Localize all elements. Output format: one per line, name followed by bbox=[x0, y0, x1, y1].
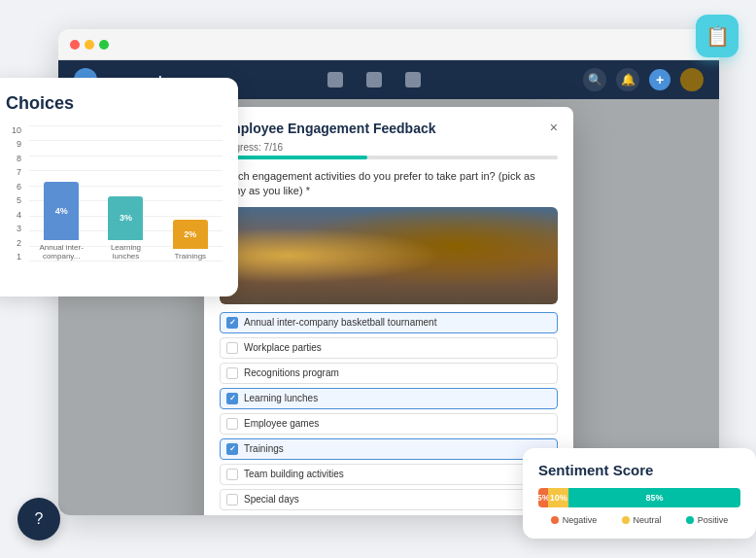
bar-value-1: 3% bbox=[120, 213, 132, 223]
y-label-4: 4 bbox=[17, 210, 21, 220]
option-label-3: Learning lunches bbox=[244, 393, 318, 403]
checkbox-7[interactable] bbox=[226, 494, 238, 506]
modal-body: Which engagement activities do you prefe… bbox=[204, 159, 573, 515]
user-avatar[interactable] bbox=[680, 68, 704, 91]
checkbox-4[interactable] bbox=[226, 418, 238, 430]
browser-titlebar bbox=[58, 29, 719, 60]
bar-trainings: 2% bbox=[173, 220, 208, 249]
nav-item-news[interactable] bbox=[366, 72, 382, 87]
bar-learning: 3% bbox=[108, 196, 143, 240]
legend-negative: Negative bbox=[551, 515, 598, 525]
modal-question: Which engagement activities do you prefe… bbox=[220, 169, 558, 199]
nav-actions: 🔍 🔔 + bbox=[583, 68, 704, 91]
bar-annual: 4% bbox=[44, 182, 79, 240]
add-button[interactable]: + bbox=[649, 69, 670, 90]
choices-title: Choices bbox=[6, 93, 223, 114]
modal-option-2[interactable]: Recognitions program bbox=[220, 363, 558, 384]
option-label-4: Employee games bbox=[244, 418, 319, 429]
close-dot[interactable] bbox=[70, 40, 80, 50]
bar-value-2: 2% bbox=[184, 229, 196, 239]
progress-label: Progress: 7/16 bbox=[220, 142, 558, 153]
neutral-pct: 10% bbox=[550, 493, 567, 503]
nav-item-home[interactable] bbox=[327, 72, 343, 87]
search-button[interactable]: 🔍 bbox=[583, 68, 606, 91]
progress-section: Progress: 7/16 bbox=[220, 142, 558, 159]
y-label-9: 9 bbox=[17, 139, 21, 149]
negative-dot bbox=[551, 516, 559, 524]
modal-title: Employee Engagement Feedback bbox=[220, 121, 436, 136]
option-label-5: Trainings bbox=[244, 443, 284, 454]
neutral-segment: 10% bbox=[548, 488, 568, 507]
modal-dialog: Employee Engagement Feedback × Progress:… bbox=[204, 107, 573, 515]
chart-area: 10 9 8 7 6 5 4 3 2 1 bbox=[6, 125, 223, 281]
sentiment-legend: Negative Neutral Positive bbox=[538, 515, 740, 525]
modal-header: Employee Engagement Feedback × bbox=[204, 107, 573, 136]
sentiment-card: Sentiment Score 5% 10% 85% Negative Neut… bbox=[523, 448, 756, 539]
modal-option-6[interactable]: Team building activities bbox=[220, 464, 558, 485]
sentiment-title: Sentiment Score bbox=[538, 462, 740, 478]
positive-label: Positive bbox=[698, 515, 729, 525]
y-label-8: 8 bbox=[17, 154, 21, 163]
modal-option-1[interactable]: Workplace parties bbox=[220, 337, 558, 359]
nav-item-recognition[interactable] bbox=[405, 72, 421, 87]
checkbox-0[interactable] bbox=[226, 317, 238, 329]
recognition-icon bbox=[405, 72, 421, 87]
modal-image-inner bbox=[220, 207, 558, 304]
checkbox-6[interactable] bbox=[226, 469, 238, 480]
negative-label: Negative bbox=[563, 515, 598, 525]
choices-chart-card: Choices 10 9 8 7 6 5 4 3 2 1 bbox=[0, 78, 238, 296]
modal-option-3[interactable]: Learning lunches bbox=[220, 388, 558, 409]
y-label-1: 1 bbox=[17, 252, 21, 262]
option-label-0: Annual inter-company basketball tourname… bbox=[244, 317, 436, 328]
bell-button[interactable]: 🔔 bbox=[616, 68, 639, 91]
modal-option-7[interactable]: Special days bbox=[220, 489, 558, 510]
negative-segment: 5% bbox=[538, 488, 548, 507]
clipboard-icon: 📋 bbox=[705, 24, 730, 48]
positive-pct: 85% bbox=[646, 493, 664, 503]
bar-group-1: 3% Learning lunches bbox=[101, 196, 150, 262]
y-axis: 10 9 8 7 6 5 4 3 2 1 bbox=[6, 125, 25, 262]
option-label-1: Workplace parties bbox=[244, 342, 322, 353]
question-icon: ? bbox=[35, 510, 44, 528]
legend-neutral: Neutral bbox=[622, 515, 662, 525]
news-icon bbox=[366, 72, 382, 87]
bar-label-0: Annual inter-company... bbox=[37, 243, 86, 262]
modal-close-button[interactable]: × bbox=[550, 121, 558, 134]
positive-dot bbox=[686, 516, 694, 524]
y-label-5: 5 bbox=[17, 195, 21, 205]
option-label-7: Special days bbox=[244, 494, 299, 505]
modal-option-0[interactable]: Annual inter-company basketball tourname… bbox=[220, 312, 558, 333]
bar-group-0: 4% Annual inter-company... bbox=[37, 182, 86, 262]
option-label-2: Recognitions program bbox=[244, 367, 339, 378]
modal-option-5[interactable]: Trainings bbox=[220, 438, 558, 460]
y-label-6: 6 bbox=[17, 182, 21, 192]
question-fab[interactable]: ? bbox=[17, 498, 60, 541]
bar-label-1: Learning lunches bbox=[101, 243, 150, 262]
positive-segment: 85% bbox=[568, 488, 740, 507]
checkbox-5[interactable] bbox=[226, 443, 238, 455]
modal-option-4[interactable]: Employee games bbox=[220, 413, 558, 435]
y-label-7: 7 bbox=[17, 167, 21, 177]
y-label-2: 2 bbox=[17, 238, 21, 248]
y-label-3: 3 bbox=[17, 224, 21, 233]
minimize-dot[interactable] bbox=[85, 40, 94, 50]
modal-image bbox=[220, 207, 558, 304]
legend-positive: Positive bbox=[686, 515, 729, 525]
checkbox-2[interactable] bbox=[226, 367, 238, 379]
maximize-dot[interactable] bbox=[99, 40, 109, 50]
nav-items bbox=[185, 72, 564, 87]
bar-value-0: 4% bbox=[55, 206, 68, 216]
bars-container: 4% Annual inter-company... 3% Learning l… bbox=[29, 125, 223, 262]
bar-group-2: 2% Trainings bbox=[166, 220, 215, 262]
y-label-10: 10 bbox=[12, 125, 21, 135]
checkbox-3[interactable] bbox=[226, 393, 238, 404]
neutral-label: Neutral bbox=[634, 515, 662, 525]
neutral-dot bbox=[622, 516, 630, 524]
checkbox-1[interactable] bbox=[226, 342, 238, 354]
window-controls bbox=[70, 40, 109, 50]
bar-label-2: Trainings bbox=[175, 252, 207, 262]
sentiment-bar: 5% 10% 85% bbox=[538, 488, 740, 507]
clipboard-fab[interactable]: 📋 bbox=[696, 15, 739, 57]
option-label-6: Team building activities bbox=[244, 469, 344, 479]
home-icon bbox=[327, 72, 343, 87]
